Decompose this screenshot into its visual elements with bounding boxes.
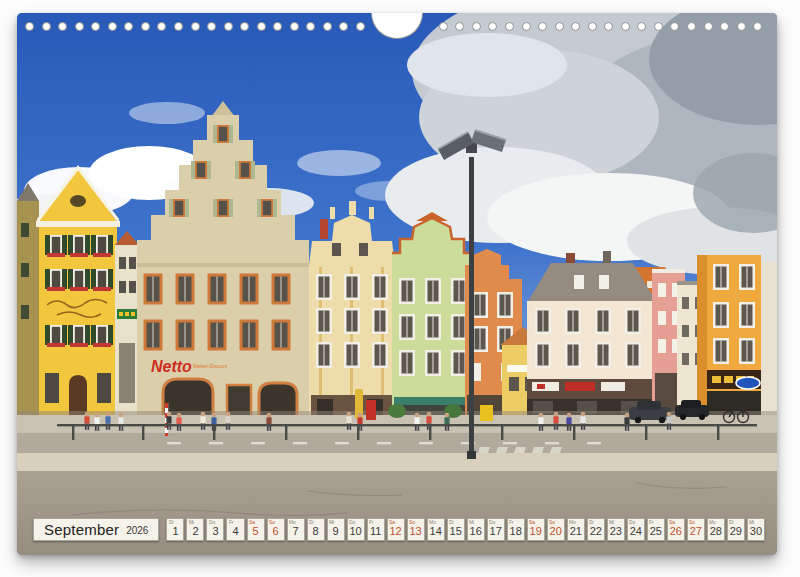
day-cell: Di 22 [587,518,605,541]
day-cell: Fr 25 [647,518,665,541]
day-cell: Mo 28 [707,518,725,541]
day-cell: Di 8 [307,518,325,541]
day-cell: Di 29 [727,518,745,541]
weekday-abbr: Di [729,520,734,525]
weekday-abbr: Di [309,520,314,525]
day-cell: Mo 14 [427,518,445,541]
weekday-abbr: Mo [429,520,436,525]
weekday-abbr: So [409,520,415,525]
calendar-page: Netto Marken-Discount [0,0,800,577]
day-cell: Mi 2 [186,518,204,541]
weekday-abbr: Sa [249,520,255,525]
weekday-abbr: Fr [649,520,654,525]
weekday-abbr: Do [209,520,215,525]
weekday-abbr: Mi [469,520,474,525]
weekday-abbr: Fr [229,520,234,525]
building-corner-yellow [697,255,761,417]
blue-oval-sign [736,377,760,389]
town-square-photo: Netto Marken-Discount [17,13,777,555]
planter-bush [388,404,406,418]
day-cell: Di 15 [447,518,465,541]
building-narrow-neighbor [115,231,139,417]
day-cell: Do 10 [347,518,365,541]
weekday-abbr: So [689,520,695,525]
calendar-strip: September 2026 Di 1 Mi 2 Do [33,518,765,541]
weekday-abbr: So [549,520,555,525]
weekday-abbr: Mi [329,520,334,525]
day-cell: So 27 [687,518,705,541]
day-cell: Mi 16 [467,518,485,541]
calendar-photo: Netto Marken-Discount [17,13,777,555]
day-cell: Di 1 [166,518,184,541]
weekday-abbr: Mi [749,520,754,525]
month-name: September [44,521,119,538]
day-cell: Fr 4 [226,518,244,541]
building-right-sliver [761,261,777,417]
weekday-abbr: So [269,520,275,525]
day-cell: Sa 26 [667,518,685,541]
day-cell: Mi 30 [747,518,765,541]
day-cell: Mo 7 [287,518,305,541]
yellow-vending-box [480,405,493,421]
building-big-cream [527,251,657,417]
weekday-abbr: Mi [609,520,614,525]
weekday-abbr: Mo [709,520,716,525]
weekday-abbr: Di [449,520,454,525]
weekday-abbr: Mi [189,520,194,525]
weekday-abbr: Mo [289,520,296,525]
weekday-abbr: Do [629,520,635,525]
weekday-abbr: Di [169,520,174,525]
weekday-abbr: Fr [509,520,514,525]
day-cell: Sa 5 [247,518,265,541]
day-cell: Mi 23 [607,518,625,541]
day-cell: Mo 21 [567,518,585,541]
netto-sign: Netto [151,358,192,375]
year-label: 2026 [126,525,148,536]
day-cell: Do 17 [487,518,505,541]
day-cell: So 13 [407,518,425,541]
weekday-abbr: Sa [669,520,675,525]
building-far-left [17,183,39,417]
day-cell: Do 24 [627,518,645,541]
day-cell: Fr 18 [507,518,525,541]
weekday-abbr: Sa [389,520,395,525]
day-cell: Sa 19 [527,518,545,541]
weekday-abbr: Mo [569,520,576,525]
month-label-box: September 2026 [33,518,159,541]
weekday-abbr: Do [489,520,495,525]
netto-sign-sub: Marken-Discount [193,364,228,369]
day-cell: Fr 11 [367,518,385,541]
day-cell: So 6 [267,518,285,541]
day-cells: Di 1 Mi 2 Do 3 Fr 4 [166,518,765,541]
day-cell: Sa 12 [387,518,405,541]
day-cell: So 20 [547,518,565,541]
weekday-abbr: Di [589,520,594,525]
day-cell: Mi 9 [327,518,345,541]
weekday-abbr: Sa [529,520,535,525]
red-kiosk-box [366,400,376,420]
building-green-house [392,212,472,417]
weekday-abbr: Do [349,520,355,525]
day-cell: Do 3 [206,518,224,541]
weekday-abbr: Fr [369,520,374,525]
